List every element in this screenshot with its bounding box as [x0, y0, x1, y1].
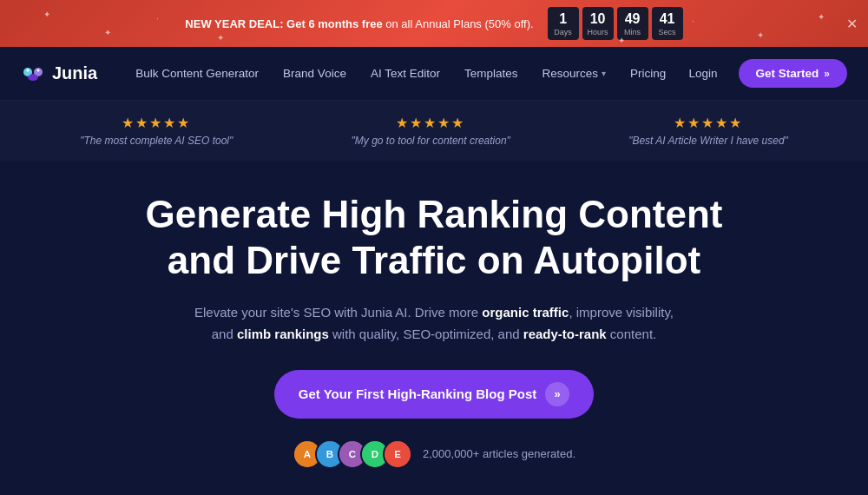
hero-cta-chevron-icon: » [545, 382, 569, 406]
nav-links: Bulk Content Generator Brand Voice AI Te… [125, 62, 678, 85]
nav-templates[interactable]: Templates [454, 62, 529, 85]
countdown-days: 1 Days [548, 7, 579, 39]
review-item-3: ★★★★★ "Best AI Article Writer I have use… [628, 115, 788, 147]
review-text-3: "Best AI Article Writer I have used" [628, 135, 788, 147]
svg-text:D: D [372, 449, 378, 459]
resources-chevron-icon: ▾ [602, 69, 606, 78]
review-text-1: "The most complete AI SEO tool" [80, 135, 233, 147]
review-stars-1: ★★★★★ [80, 115, 233, 131]
get-started-chevron-icon: » [824, 68, 830, 80]
svg-point-4 [37, 69, 40, 71]
hero-section: Generate High Ranking Content and Drive … [0, 161, 868, 490]
svg-text:A: A [304, 449, 311, 459]
navbar: Junia Bulk Content Generator Brand Voice… [0, 47, 868, 101]
nav-bulk-content[interactable]: Bulk Content Generator [125, 62, 269, 85]
banner-text: NEW YEAR DEAL: Get 6 months free on all … [185, 17, 533, 30]
review-item-1: ★★★★★ "The most complete AI SEO tool" [80, 115, 233, 147]
nav-pricing[interactable]: Pricing [620, 62, 676, 85]
hero-subtitle: Elevate your site's SEO with Junia AI. D… [191, 301, 677, 346]
svg-point-3 [27, 69, 30, 71]
get-started-button[interactable]: Get Started » [739, 59, 847, 88]
svg-text:C: C [349, 449, 356, 459]
logo-text: Junia [52, 63, 97, 83]
review-stars-2: ★★★★★ [352, 115, 510, 131]
nav-ai-text-editor[interactable]: AI Text Editor [360, 62, 450, 85]
promo-banner: ✦ ✦ · ✦ ✦ ✦ · ✦ NEW YEAR DEAL: Get 6 mon… [0, 0, 868, 47]
nav-brand-voice[interactable]: Brand Voice [273, 62, 357, 85]
logo-icon [21, 63, 45, 84]
review-stars-3: ★★★★★ [628, 115, 788, 131]
countdown-secs: 41 Secs [652, 7, 683, 39]
nav-actions: Login Get Started » [678, 59, 847, 88]
hero-title: Generate High Ranking Content and Drive … [130, 192, 738, 284]
social-proof-text: 2,000,000+ articles generated. [423, 447, 575, 460]
nav-resources[interactable]: Resources ▾ [531, 62, 616, 85]
countdown-timer: 1 Days 10 Hours 49 Mins 41 Secs [548, 7, 683, 39]
review-text-2: "My go to tool for content creation" [352, 135, 510, 147]
svg-text:B: B [326, 449, 333, 459]
login-button[interactable]: Login [678, 62, 727, 85]
hero-cta-button[interactable]: Get Your First High-Ranking Blog Post » [274, 370, 594, 419]
countdown-mins: 49 Mins [617, 7, 648, 39]
reviews-bar: ★★★★★ "The most complete AI SEO tool" ★★… [0, 101, 868, 161]
svg-text:E: E [394, 449, 401, 459]
svg-point-2 [28, 74, 38, 81]
avatar-group: A B C D E [293, 439, 412, 469]
avatar: E [383, 439, 412, 469]
review-item-2: ★★★★★ "My go to tool for content creatio… [352, 115, 510, 147]
banner-close-button[interactable]: ✕ [846, 16, 858, 32]
logo[interactable]: Junia [21, 63, 97, 84]
social-proof: A B C D E 2,000,000+ articles generated. [21, 439, 847, 469]
countdown-hours: 10 Hours [582, 7, 614, 39]
